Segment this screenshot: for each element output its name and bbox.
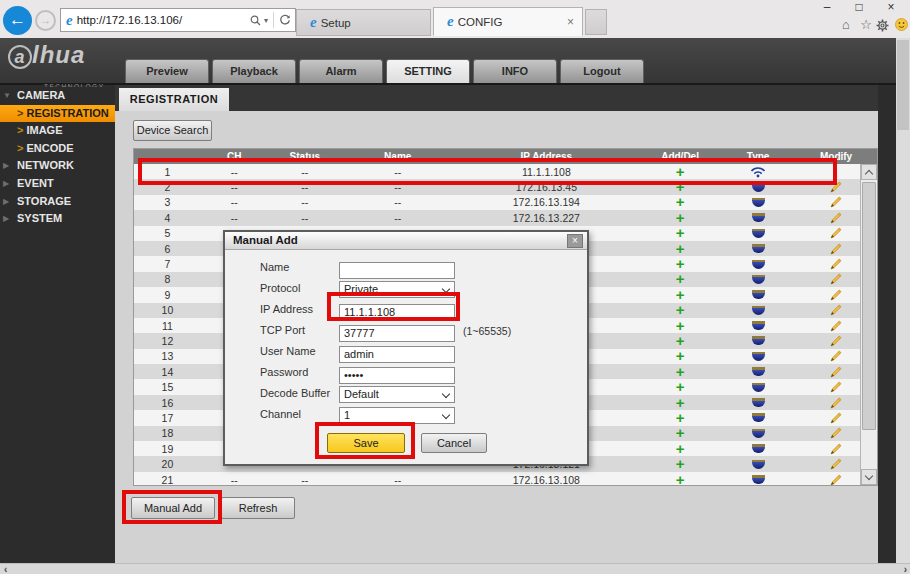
modify-pencil-icon[interactable] — [830, 427, 842, 439]
sidebar-item-image[interactable]: >IMAGE — [0, 122, 115, 140]
modify-pencil-icon[interactable] — [830, 196, 842, 208]
dialog-close-icon[interactable]: × — [567, 234, 583, 248]
modify-pencil-icon[interactable] — [830, 243, 842, 255]
row-channel: -- — [201, 210, 268, 225]
browser-tab-setup[interactable]: e Setup — [296, 9, 431, 36]
scroll-up-arrow[interactable] — [861, 164, 877, 180]
modify-pencil-icon[interactable] — [830, 397, 842, 409]
table-row[interactable]: 21 -- -- -- 172.16.13.108 + — [134, 472, 877, 485]
add-device-icon[interactable]: + — [676, 398, 685, 408]
row-number: 14 — [134, 364, 201, 379]
nav-tab-setting[interactable]: SETTING — [386, 59, 470, 83]
nav-tab-playback[interactable]: Playback — [212, 59, 296, 83]
modify-pencil-icon[interactable] — [830, 273, 842, 285]
add-device-icon[interactable]: + — [676, 228, 685, 238]
add-device-icon[interactable]: + — [676, 428, 685, 438]
search-icon[interactable] — [250, 15, 261, 26]
modify-pencil-icon[interactable] — [830, 212, 842, 224]
modify-pencil-icon[interactable] — [830, 258, 842, 270]
scroll-right-arrow[interactable]: › — [904, 564, 907, 574]
add-device-icon[interactable]: + — [676, 259, 685, 269]
nav-tab-preview[interactable]: Preview — [125, 59, 209, 83]
window-minimize-button[interactable]: – — [812, 0, 842, 17]
nav-tab-logout[interactable]: Logout — [560, 59, 644, 83]
modify-pencil-icon[interactable] — [830, 366, 842, 378]
nav-tab-info[interactable]: INFO — [473, 59, 557, 83]
modify-pencil-icon[interactable] — [830, 320, 842, 332]
add-device-icon[interactable]: + — [676, 382, 685, 392]
browser-horizontal-scrollbar[interactable]: ‹ › — [0, 563, 910, 574]
registration-tab[interactable]: REGISTRATION — [119, 88, 229, 111]
add-device-icon[interactable]: + — [676, 244, 685, 254]
window-close-button[interactable]: × — [876, 0, 906, 17]
gear-icon[interactable] — [876, 19, 896, 35]
password-field[interactable] — [339, 367, 455, 384]
new-tab-button[interactable] — [585, 9, 607, 35]
sidebar-item-registration[interactable]: >REGISTRATION — [0, 105, 115, 123]
add-device-icon[interactable]: + — [676, 197, 685, 207]
add-device-icon[interactable]: + — [676, 305, 685, 315]
modify-pencil-icon[interactable] — [830, 443, 842, 455]
scrollbar-thumb[interactable] — [862, 182, 876, 430]
close-tab-icon[interactable]: × — [549, 15, 574, 29]
window-maximize-button[interactable]: □ — [844, 0, 874, 17]
modify-pencil-icon[interactable] — [830, 350, 842, 362]
browser-forward-button[interactable]: → — [35, 10, 56, 31]
browser-tab-config[interactable]: e CONFIG × — [433, 7, 583, 36]
add-device-icon[interactable]: + — [676, 459, 685, 469]
field-label-name: Name — [260, 261, 289, 273]
expanded-triangle-icon: ▼ — [3, 87, 11, 105]
browser-vertical-scrollbar[interactable] — [896, 38, 910, 563]
refresh-icon[interactable] — [279, 14, 291, 26]
add-device-icon[interactable]: + — [676, 444, 685, 454]
add-device-icon[interactable]: + — [676, 367, 685, 377]
feedback-smiley-icon[interactable] — [895, 18, 910, 34]
name-field[interactable] — [339, 262, 455, 279]
modify-pencil-icon[interactable] — [830, 474, 842, 486]
modify-pencil-icon[interactable] — [830, 227, 842, 239]
device-search-button[interactable]: Device Search — [133, 120, 212, 141]
add-device-icon[interactable]: + — [676, 321, 685, 331]
modify-pencil-icon[interactable] — [830, 335, 842, 347]
modify-pencil-icon[interactable] — [830, 381, 842, 393]
scrollbar-thumb[interactable] — [897, 40, 909, 130]
search-dropdown-caret[interactable]: ▾ — [264, 16, 268, 25]
add-device-icon[interactable]: + — [676, 336, 685, 346]
table-row[interactable]: 4 -- -- -- 172.16.13.227 + — [134, 210, 877, 225]
modify-pencil-icon[interactable] — [830, 304, 842, 316]
row-status: -- — [268, 472, 342, 485]
table-row[interactable]: 3 -- -- -- 172.16.13.194 + — [134, 195, 877, 210]
scroll-down-arrow[interactable] — [861, 469, 877, 485]
nav-tab-alarm[interactable]: Alarm — [299, 59, 383, 83]
tcp-port-field[interactable] — [339, 325, 455, 342]
add-device-icon[interactable]: + — [676, 213, 685, 223]
address-bar[interactable]: e http://172.16.13.106/ ▾ — [60, 8, 296, 32]
add-device-icon[interactable]: + — [676, 351, 685, 361]
url-text[interactable]: http://172.16.13.106/ — [77, 14, 250, 26]
table-scrollbar[interactable] — [860, 164, 877, 485]
row-ip: 172.16.13.108 — [453, 472, 639, 485]
sidebar-item-event[interactable]: ▶ EVENT — [0, 175, 115, 193]
sidebar-item-system[interactable]: ▶ SYSTEM — [0, 210, 115, 228]
add-device-icon[interactable]: + — [676, 274, 685, 284]
modify-pencil-icon[interactable] — [830, 458, 842, 470]
modify-pencil-icon[interactable] — [830, 412, 842, 424]
sidebar-item-network[interactable]: ▶ NETWORK — [0, 157, 115, 175]
add-device-icon[interactable]: + — [676, 413, 685, 423]
sidebar-item-storage[interactable]: ▶ STORAGE — [0, 193, 115, 211]
favorites-star-icon[interactable]: ☆ — [856, 17, 876, 33]
sidebar-label: SYSTEM — [17, 212, 62, 224]
add-device-icon[interactable]: + — [676, 290, 685, 300]
add-device-icon[interactable]: + — [676, 475, 685, 485]
home-icon[interactable]: ⌂ — [836, 17, 856, 33]
decode-buffer-select[interactable]: Default — [339, 386, 455, 403]
row-number: 17 — [134, 410, 201, 425]
user-name-field[interactable] — [339, 346, 455, 363]
browser-back-button[interactable]: ← — [3, 6, 32, 35]
refresh-button[interactable]: Refresh — [221, 497, 295, 519]
sidebar-item-encode[interactable]: >ENCODE — [0, 140, 115, 158]
modify-pencil-icon[interactable] — [830, 289, 842, 301]
sidebar-item-camera[interactable]: ▼ CAMERA — [0, 87, 115, 105]
cancel-button[interactable]: Cancel — [421, 433, 487, 453]
scroll-left-arrow[interactable]: ‹ — [4, 564, 7, 574]
